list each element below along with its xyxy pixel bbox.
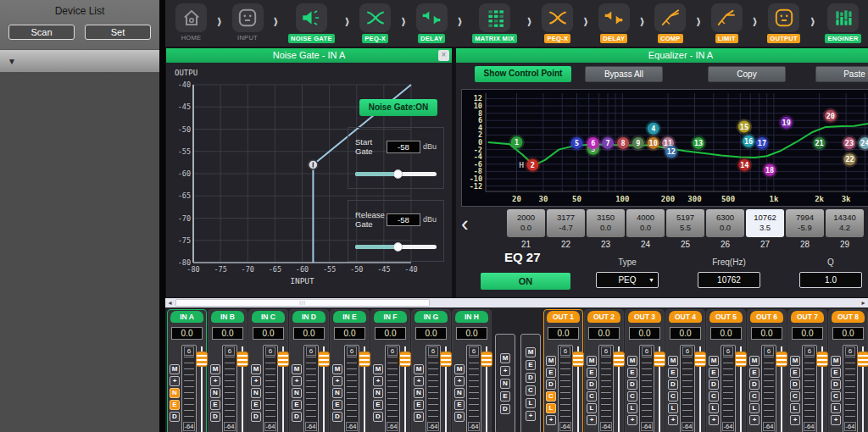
channel-name[interactable]: OUT 2 bbox=[587, 311, 620, 323]
fader-handle[interactable] bbox=[196, 352, 208, 367]
channel-button-e[interactable]: E bbox=[500, 391, 510, 402]
channel-button-n[interactable]: N bbox=[170, 388, 180, 398]
release-gate-value[interactable]: -58 bbox=[387, 213, 420, 226]
channel-strip-in-b[interactable]: IN B 0.0 M+NED 6 -64 bbox=[208, 309, 248, 432]
channel-strip-in-c[interactable]: IN C 0.0 M+NED 6 -64 bbox=[248, 309, 288, 432]
channel-button-l[interactable]: L bbox=[749, 403, 760, 413]
channel-button-m[interactable]: M bbox=[526, 347, 536, 357]
fader-handle[interactable] bbox=[654, 352, 665, 367]
channel-button-n[interactable]: N bbox=[500, 379, 510, 389]
noise-gate-power-button[interactable]: Noise Gate:ON bbox=[359, 99, 437, 116]
channel-button-l[interactable]: L bbox=[627, 403, 637, 413]
channel-button-l[interactable]: L bbox=[709, 403, 719, 413]
fader-handle[interactable] bbox=[359, 352, 370, 367]
channel-gain-value[interactable]: 0.0 bbox=[751, 327, 782, 340]
channel-button-m[interactable]: M bbox=[454, 364, 465, 374]
channel-button-l[interactable]: L bbox=[831, 403, 841, 413]
channel-strip-in-e[interactable]: IN E 0.0 M+NED 6 -64 bbox=[330, 309, 370, 432]
toolbar-item-output[interactable]: OUTPUT bbox=[767, 3, 800, 43]
channel-button-plus[interactable]: + bbox=[332, 376, 342, 386]
horizontal-scrollbar[interactable]: ◂ ||| ▸ bbox=[165, 298, 868, 307]
fader-handle[interactable] bbox=[572, 352, 584, 367]
channel-button-e[interactable]: E bbox=[454, 400, 465, 410]
channel-button-plus[interactable]: + bbox=[170, 376, 180, 386]
channel-button-e[interactable]: E bbox=[587, 368, 597, 378]
channel-button-n[interactable]: N bbox=[210, 388, 220, 398]
channel-name[interactable]: OUT 8 bbox=[832, 311, 865, 323]
channel-button-d[interactable]: D bbox=[749, 379, 760, 390]
channel-button-d[interactable]: D bbox=[414, 412, 424, 422]
channel-strip-in-d[interactable]: IN D 0.0 M+NED 6 -64 bbox=[289, 309, 329, 432]
scan-button[interactable]: Scan bbox=[8, 25, 75, 40]
channel-button-c[interactable]: C bbox=[790, 391, 800, 402]
channel-strip-out-1[interactable]: OUT 1 0.0 MEDCL+ 6 -64 bbox=[543, 309, 583, 432]
fader-track[interactable] bbox=[740, 346, 742, 432]
fader-track[interactable] bbox=[404, 346, 406, 432]
channel-button-plus[interactable]: + bbox=[790, 415, 800, 425]
channel-name[interactable]: OUT 7 bbox=[791, 311, 824, 323]
channel-button-e[interactable]: E bbox=[627, 368, 637, 378]
channel-button-plus[interactable]: + bbox=[251, 376, 261, 386]
channel-button-n[interactable]: N bbox=[454, 388, 465, 398]
channel-name[interactable]: IN F bbox=[374, 311, 407, 323]
channel-button-d[interactable]: D bbox=[292, 412, 302, 422]
channel-button-c[interactable]: C bbox=[668, 391, 678, 402]
fader-track[interactable] bbox=[445, 346, 447, 432]
fader-handle[interactable] bbox=[236, 352, 248, 367]
channel-button-e[interactable]: E bbox=[709, 368, 719, 378]
fader-handle[interactable] bbox=[857, 352, 868, 367]
channel-strip-in-f[interactable]: IN F 0.0 M+NED 6 -64 bbox=[370, 309, 410, 432]
channel-button-m[interactable]: M bbox=[546, 356, 556, 366]
channel-button-m[interactable]: M bbox=[414, 364, 424, 374]
channel-button-d[interactable]: D bbox=[668, 379, 678, 390]
channel-button-l[interactable]: L bbox=[668, 403, 678, 413]
channel-button-e[interactable]: E bbox=[749, 368, 760, 378]
channel-strip-out-5[interactable]: OUT 5 0.0 MEDCL+ 6 -64 bbox=[706, 309, 746, 432]
channel-gain-value[interactable]: 0.0 bbox=[253, 327, 284, 340]
noise-gate-titlebar[interactable]: Noise Gate - IN A × bbox=[166, 48, 452, 63]
channel-button-n[interactable]: N bbox=[251, 388, 261, 398]
channel-button-plus[interactable]: + bbox=[210, 376, 220, 386]
toolbar-item-home[interactable]: HOME bbox=[175, 3, 207, 42]
channel-button-e[interactable]: E bbox=[170, 400, 180, 410]
channel-button-d[interactable]: D bbox=[587, 379, 597, 390]
fader-handle[interactable] bbox=[816, 352, 828, 367]
channel-button-m[interactable]: M bbox=[709, 356, 719, 366]
channel-strip-out-2[interactable]: OUT 2 0.0 MEDCL+ 6 -64 bbox=[584, 309, 624, 432]
release-gate-slider[interactable] bbox=[355, 245, 437, 249]
channel-button-c[interactable]: C bbox=[587, 391, 597, 402]
toolbar-item-comp[interactable]: COMP bbox=[654, 3, 686, 43]
eq-on-button[interactable]: ON bbox=[481, 273, 570, 290]
channel-button-plus[interactable]: + bbox=[414, 376, 424, 386]
channel-gain-value[interactable]: 0.0 bbox=[456, 327, 487, 340]
channel-button-d[interactable]: D bbox=[170, 412, 180, 422]
band-cell-21[interactable]: 20000.0 21 bbox=[507, 209, 545, 249]
channel-strip-out-3[interactable]: OUT 3 0.0 MEDCL+ 6 -64 bbox=[625, 309, 665, 432]
device-group-expander[interactable]: ▼ bbox=[0, 49, 159, 72]
channel-button-m[interactable]: M bbox=[170, 364, 180, 374]
channel-button-c[interactable]: C bbox=[526, 385, 536, 396]
channel-button-m[interactable]: M bbox=[332, 364, 342, 374]
channel-button-n[interactable]: N bbox=[373, 388, 383, 398]
fader-track[interactable] bbox=[618, 346, 620, 432]
channel-button-m[interactable]: M bbox=[749, 356, 760, 366]
channel-button-plus[interactable]: + bbox=[292, 376, 302, 386]
channel-name[interactable]: IN C bbox=[252, 311, 285, 323]
channel-button-c[interactable]: C bbox=[749, 391, 760, 402]
channel-strip-in-a[interactable]: IN A 0.0 M+NED 6 -64 bbox=[167, 309, 207, 432]
channel-strip-out-7[interactable]: OUT 7 0.0 MEDCL+ 6 -64 bbox=[787, 309, 827, 432]
channel-name[interactable]: OUT 1 bbox=[547, 311, 580, 323]
channel-button-e[interactable]: E bbox=[790, 368, 800, 378]
channel-gain-value[interactable]: 0.0 bbox=[710, 327, 742, 340]
eq-graph[interactable]: 121086420-2-4-6-8-10-1220305010020030050… bbox=[461, 89, 868, 207]
channel-gain-value[interactable]: 0.0 bbox=[171, 327, 203, 340]
channel-button-l[interactable]: L bbox=[546, 403, 556, 413]
channel-button-e[interactable]: E bbox=[210, 400, 220, 410]
channel-button-d[interactable]: D bbox=[210, 412, 220, 422]
channel-button-n[interactable]: N bbox=[332, 388, 342, 398]
close-icon[interactable]: × bbox=[438, 50, 449, 61]
channel-gain-value[interactable]: 0.0 bbox=[334, 327, 365, 340]
channel-button-e[interactable]: E bbox=[831, 368, 841, 378]
channel-gain-value[interactable]: 0.0 bbox=[629, 327, 660, 340]
channel-gain-value[interactable]: 0.0 bbox=[415, 327, 447, 340]
